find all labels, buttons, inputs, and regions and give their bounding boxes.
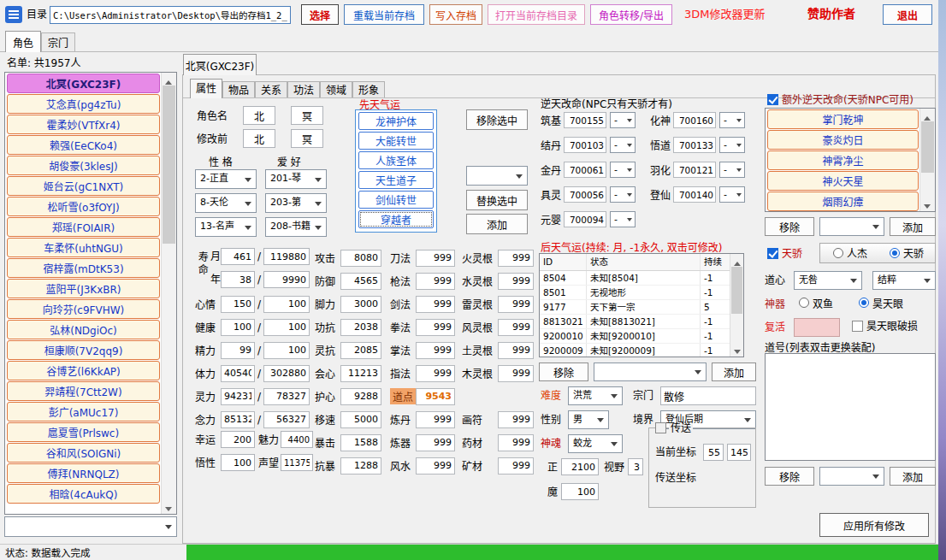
fate-id-input[interactable]: [564, 112, 606, 128]
fate-combobox[interactable]: -: [610, 137, 636, 153]
roster-item[interactable]: 向玲芬(c9FVHW): [7, 299, 160, 319]
extra-fate-checkbox[interactable]: [767, 94, 778, 105]
fate-combobox[interactable]: -: [719, 112, 745, 128]
fate-id-input[interactable]: [673, 186, 716, 203]
personality-combobox-1[interactable]: 2-正直: [195, 169, 257, 189]
stat-value-input[interactable]: [416, 250, 455, 267]
stat-value-input[interactable]: [416, 434, 455, 451]
character-tab[interactable]: 北冥(GXC23F): [183, 54, 257, 75]
innate-fortune-item[interactable]: 天生道子: [358, 171, 434, 189]
fate-id-input[interactable]: [564, 162, 606, 178]
roster-item[interactable]: 傅拜(NRNQLZ): [7, 463, 160, 483]
fate-combobox[interactable]: -: [610, 211, 636, 227]
tianjiao-radio-label[interactable]: 天骄: [903, 249, 924, 260]
righteous-input[interactable]: [561, 458, 599, 475]
personality-combobox-2[interactable]: 8-天伦: [195, 193, 257, 213]
before-last-input[interactable]: [291, 129, 323, 148]
stat-value-input[interactable]: [340, 365, 381, 382]
vital-max-input[interactable]: [263, 365, 310, 382]
scroll-up-icon[interactable]: [730, 254, 743, 266]
extra-fate-item[interactable]: 神火天星: [767, 171, 919, 191]
roster-item[interactable]: 彭广(aMUc17): [7, 402, 160, 421]
stat-value-input[interactable]: [340, 388, 381, 405]
stat-value-input[interactable]: [340, 342, 381, 359]
name-first-input[interactable]: [243, 106, 275, 125]
stat-value-input[interactable]: [498, 296, 534, 313]
shuangyu-radio-label[interactable]: 双鱼: [813, 299, 833, 310]
roster-item[interactable]: 霍柔妙(VTfXr4): [7, 115, 160, 134]
stat-value-input[interactable]: [416, 319, 455, 336]
gender-combobox[interactable]: 男: [568, 410, 609, 429]
daoxin-combobox-1[interactable]: 无咎: [794, 271, 862, 290]
charm-input[interactable]: [281, 431, 313, 448]
fame-input[interactable]: [281, 454, 313, 471]
tab-sect[interactable]: 宗门: [41, 32, 75, 51]
scroll-up-icon[interactable]: [920, 109, 935, 121]
fate-combobox[interactable]: -: [610, 162, 636, 178]
acquired-remove-button[interactable]: 移除: [539, 363, 588, 381]
stat-value-input[interactable]: [416, 273, 455, 290]
stat-value-input[interactable]: [340, 296, 381, 313]
stat-value-input[interactable]: [498, 319, 534, 336]
update-link[interactable]: 3DM修改器更新: [684, 9, 766, 21]
vital-max-input[interactable]: [263, 388, 310, 405]
fate-combobox[interactable]: -: [719, 162, 745, 178]
haotianyan-radio[interactable]: [859, 298, 869, 308]
extra-fate-item[interactable]: 神霄净尘: [767, 150, 919, 170]
vital-current-input[interactable]: [221, 365, 255, 382]
stat-value-input[interactable]: [340, 434, 381, 451]
innate-fortune-item[interactable]: 大能转世: [358, 132, 434, 150]
tab-character[interactable]: 角色: [5, 31, 41, 52]
vital-max-input[interactable]: [263, 411, 310, 428]
extra-combobox[interactable]: [819, 217, 884, 236]
stat-value-input[interactable]: [498, 342, 534, 359]
daohao-remove-button[interactable]: 移除: [765, 467, 814, 486]
extra-fate-item[interactable]: 掌门乾坤: [767, 109, 919, 129]
subtab[interactable]: 关系: [255, 81, 287, 98]
roster-filter-combobox[interactable]: [4, 516, 177, 537]
stat-value-input[interactable]: [416, 365, 455, 382]
extra-remove-button[interactable]: 移除: [765, 217, 814, 236]
acquired-row[interactable]: 9177 天下第一宗 5: [540, 300, 743, 315]
subtab[interactable]: 领域: [320, 81, 352, 98]
roster-item[interactable]: 蓝阳平(J3KxBR): [7, 279, 160, 298]
write-save-button[interactable]: 写入存档: [429, 4, 482, 25]
acquired-combobox[interactable]: [594, 363, 707, 381]
apply-all-button[interactable]: 应用所有修改: [819, 513, 929, 537]
stat-value-input[interactable]: [498, 411, 534, 428]
fate-id-input[interactable]: [673, 112, 716, 128]
vital-current-input[interactable]: [221, 411, 255, 428]
vital-current-input[interactable]: [221, 319, 255, 336]
shuangyu-radio[interactable]: [799, 298, 809, 308]
roster-item[interactable]: 扈夏雪(Prlswc): [7, 422, 160, 442]
fate-combobox[interactable]: -: [610, 112, 636, 128]
extra-fate-item[interactable]: 烟雨幻瘴: [767, 192, 919, 211]
roster-item[interactable]: 姬台云(gC1NXT): [7, 176, 160, 196]
vital-max-input[interactable]: [263, 296, 310, 313]
scroll-down-icon[interactable]: [730, 345, 743, 357]
acquired-add-button[interactable]: 添加: [712, 363, 756, 381]
daohao-add-button[interactable]: 添加: [890, 467, 936, 486]
coord-x-input[interactable]: [703, 444, 724, 461]
vital-current-input[interactable]: [221, 296, 255, 313]
roster-item[interactable]: 谷和风(SOIGNi): [7, 443, 160, 463]
innate-fortune-item[interactable]: 剑仙转世: [358, 191, 434, 209]
transfer-export-button[interactable]: 角色转移/导出: [590, 4, 672, 25]
roster-item[interactable]: 艾念真(pg4zTu): [7, 94, 160, 114]
roster-item[interactable]: 郑瑶(FOIAIR): [7, 217, 160, 237]
roster-item[interactable]: 赖强(EeCKo4): [7, 135, 160, 155]
fate-id-input[interactable]: [564, 186, 606, 203]
renjie-radio-label[interactable]: 人杰: [847, 249, 867, 260]
hobby-combobox-2[interactable]: 203-第: [265, 193, 327, 213]
innate-add-button[interactable]: 添加: [466, 214, 528, 234]
scroll-down-icon[interactable]: [920, 199, 935, 211]
fate-id-input[interactable]: [564, 211, 606, 227]
sect-value-box[interactable]: [660, 386, 756, 405]
vital-max-input[interactable]: [263, 319, 310, 336]
month-current-input[interactable]: [221, 248, 255, 265]
broken-checkbox[interactable]: [852, 321, 863, 332]
extra-fate-item[interactable]: 豪炎灼日: [767, 130, 919, 150]
save-path-input[interactable]: [50, 6, 291, 24]
scroll-up-icon[interactable]: [162, 73, 176, 85]
before-first-input[interactable]: [243, 129, 275, 148]
